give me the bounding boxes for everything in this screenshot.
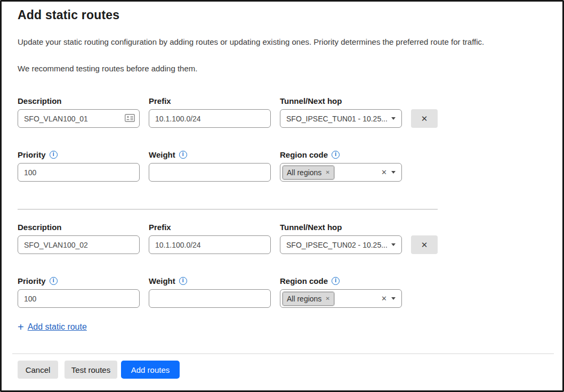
description-input[interactable] xyxy=(18,235,140,254)
priority-label: Priority i xyxy=(18,149,58,160)
prefix-input[interactable] xyxy=(149,109,271,128)
prefix-label: Prefix xyxy=(149,95,171,106)
prefix-input[interactable] xyxy=(149,235,271,254)
priority-input[interactable] xyxy=(18,163,140,182)
prefix-label-text: Prefix xyxy=(149,223,171,232)
priority-label-text: Priority xyxy=(18,150,46,159)
clear-icon[interactable]: ✕ xyxy=(381,295,387,302)
add-routes-button[interactable]: Add routes xyxy=(121,361,180,379)
tunnel-select[interactable]: SFO_IPSEC_TUN02 - 10.25... xyxy=(280,235,402,254)
page-title: Add static routes xyxy=(18,8,119,22)
intro-text-line1: Update your static routing configuration… xyxy=(18,37,484,46)
weight-label: Weight i xyxy=(149,149,187,160)
weight-label-text: Weight xyxy=(149,150,175,159)
weight-label-text: Weight xyxy=(149,276,175,285)
tunnel-label: Tunnel/Next hop xyxy=(280,95,342,106)
region-code-label: Region code i xyxy=(280,275,340,286)
region-code-label: Region code i xyxy=(280,149,340,160)
section-divider xyxy=(18,209,438,210)
close-icon: ✕ xyxy=(421,114,428,124)
chip-remove-icon[interactable]: ✕ xyxy=(325,296,329,301)
priority-label-text: Priority xyxy=(18,276,46,285)
info-icon[interactable]: i xyxy=(50,151,58,159)
info-icon[interactable]: i xyxy=(332,277,340,285)
info-icon[interactable]: i xyxy=(50,277,58,285)
prefix-label-text: Prefix xyxy=(149,96,171,105)
info-icon[interactable]: i xyxy=(179,151,187,159)
tunnel-select[interactable]: SFO_IPSEC_TUN01 - 10.25... xyxy=(280,109,402,128)
info-icon[interactable]: i xyxy=(179,277,187,285)
add-static-route-label: Add static route xyxy=(28,322,87,332)
tunnel-label-text: Tunnel/Next hop xyxy=(280,96,342,105)
weight-label: Weight i xyxy=(149,275,187,286)
info-icon[interactable]: i xyxy=(332,151,340,159)
contact-card-icon[interactable] xyxy=(125,114,135,122)
cancel-button[interactable]: Cancel xyxy=(18,361,58,379)
description-label: Description xyxy=(18,95,62,106)
clear-icon[interactable]: ✕ xyxy=(381,169,387,176)
region-code-select[interactable]: All regions ✕ ✕ xyxy=(280,289,402,308)
chevron-down-icon[interactable] xyxy=(391,243,396,246)
tunnel-label: Tunnel/Next hop xyxy=(280,222,342,232)
description-label-text: Description xyxy=(18,223,62,232)
tunnel-label-text: Tunnel/Next hop xyxy=(280,223,342,232)
tunnel-selected-value: SFO_IPSEC_TUN01 - 10.25... xyxy=(286,115,387,123)
priority-label: Priority i xyxy=(18,275,58,286)
chip-remove-icon[interactable]: ✕ xyxy=(325,170,329,175)
region-chip-label: All regions xyxy=(287,295,321,303)
region-code-select[interactable]: All regions ✕ ✕ xyxy=(280,163,402,182)
region-code-label-text: Region code xyxy=(280,276,328,285)
close-icon: ✕ xyxy=(421,240,428,250)
remove-route-button[interactable]: ✕ xyxy=(411,235,438,254)
description-label: Description xyxy=(18,222,62,232)
test-routes-button[interactable]: Test routes xyxy=(65,361,117,379)
region-chip: All regions ✕ xyxy=(283,292,334,306)
chevron-down-icon[interactable] xyxy=(391,171,396,174)
region-chip: All regions ✕ xyxy=(283,166,334,179)
tunnel-selected-value: SFO_IPSEC_TUN02 - 10.25... xyxy=(286,241,387,249)
route-group: Description Prefix Tunnel/Next hop SFO_I… xyxy=(2,222,564,308)
region-chip-label: All regions xyxy=(287,168,321,177)
chevron-down-icon[interactable] xyxy=(391,117,396,120)
add-static-routes-dialog: Add static routes Update your static rou… xyxy=(0,0,564,392)
chevron-down-icon[interactable] xyxy=(391,297,396,300)
weight-input[interactable] xyxy=(149,163,271,182)
footer-divider xyxy=(12,353,554,354)
region-code-label-text: Region code xyxy=(280,150,328,159)
prefix-label: Prefix xyxy=(149,222,171,232)
description-field-wrap xyxy=(18,109,140,128)
description-input[interactable] xyxy=(18,109,140,128)
add-static-route-link[interactable]: + Add static route xyxy=(18,322,87,332)
description-label-text: Description xyxy=(18,96,62,105)
remove-route-button[interactable]: ✕ xyxy=(411,109,438,128)
priority-input[interactable] xyxy=(18,289,140,308)
intro-text-line2: We recommend testing routes before addin… xyxy=(18,64,197,73)
route-group: Description Prefix Tunnel/Next hop SFO_I… xyxy=(2,95,564,182)
plus-icon: + xyxy=(18,322,24,332)
weight-input[interactable] xyxy=(149,289,271,308)
